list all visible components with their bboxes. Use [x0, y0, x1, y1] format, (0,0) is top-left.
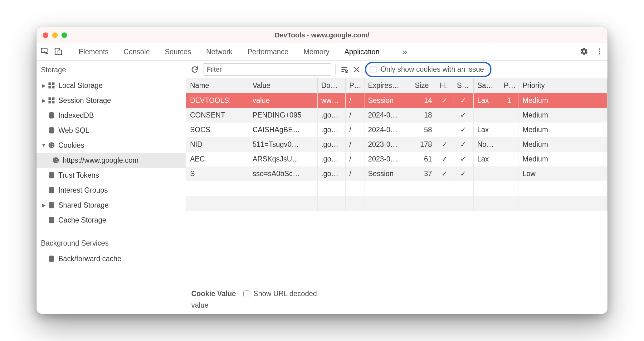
cell-path: /: [345, 108, 364, 122]
sidebar-item-label: Back/forward cache: [58, 255, 121, 263]
chevron-right-icon: ▶: [41, 83, 46, 89]
sidebar-divider: [37, 231, 186, 231]
sidebar-item-cookies[interactable]: ▼ Cookies: [37, 138, 186, 153]
cell-priority: Medium: [519, 93, 607, 108]
tab-elements[interactable]: Elements: [77, 48, 110, 56]
sidebar-item-label: Local Storage: [58, 81, 103, 90]
svg-rect-0: [41, 48, 47, 52]
col-name[interactable]: Name: [186, 78, 249, 93]
svg-point-5: [599, 53, 600, 54]
sidebar-item-label: Shared Storage: [58, 201, 109, 209]
sidebar-item-cookie-origin[interactable]: https://www.google.com: [37, 153, 186, 168]
sidebar-item-shared-storage[interactable]: ▶ Shared Storage: [37, 198, 186, 213]
col-samesite[interactable]: Sa…: [473, 78, 500, 93]
chevron-right-icon: ▶: [41, 202, 46, 208]
col-value[interactable]: Value: [249, 78, 317, 93]
cell-size: 37: [411, 166, 436, 181]
sidebar-item-cache-storage[interactable]: Cache Storage: [37, 213, 186, 228]
svg-point-23: [56, 159, 57, 160]
maximize-window-button[interactable]: [61, 32, 67, 38]
cell-value: ARSKqsJsU…: [249, 152, 317, 166]
cell-domain: ww…: [317, 93, 345, 108]
cell-name: SOCS: [186, 122, 249, 137]
sidebar-item-bfcache[interactable]: Back/forward cache: [37, 251, 186, 266]
cell-priority: Medium: [519, 137, 607, 152]
more-menu-icon[interactable]: [596, 47, 604, 57]
col-size[interactable]: Size: [411, 78, 436, 93]
col-domain[interactable]: Do…: [317, 78, 345, 93]
filter-input[interactable]: [203, 63, 331, 76]
cell-expires: Session: [364, 166, 411, 181]
refresh-button[interactable]: [191, 65, 199, 74]
col-httponly[interactable]: H.: [436, 78, 453, 93]
table-row[interactable]: Ssso=sA0bSc….go…/Session37✓✓Low: [186, 166, 607, 181]
panel-tabs: Elements Console Sources Network Perform…: [77, 43, 407, 60]
tab-application[interactable]: Application: [343, 48, 381, 56]
device-toggle-icon[interactable]: [54, 47, 63, 57]
sidebar-item-label: IndexedDB: [58, 111, 94, 120]
only-issues-label: Only show cookies with an issue: [381, 65, 484, 74]
tab-console[interactable]: Console: [122, 48, 151, 56]
show-url-decoded-checkbox[interactable]: [243, 291, 250, 297]
col-priority[interactable]: Priority: [519, 78, 607, 93]
cell-party: [500, 166, 519, 181]
grid-icon: [48, 82, 55, 89]
sidebar-item-indexeddb[interactable]: IndexedDB: [37, 108, 186, 123]
cell-httponly: ✓: [436, 152, 453, 166]
tab-memory[interactable]: Memory: [302, 48, 331, 56]
titlebar: DevTools - www.google.com/: [37, 27, 607, 43]
inspect-icon[interactable]: [40, 47, 49, 57]
cell-domain: .go…: [317, 137, 345, 152]
tabs-overflow-button[interactable]: »: [402, 47, 407, 57]
cell-name: DEVTOOLS!: [186, 93, 249, 108]
chevron-right-icon: ▶: [41, 98, 46, 103]
clear-all-button[interactable]: [340, 65, 348, 74]
table-row[interactable]: CONSENTPENDING+095.go…/2024-0…18✓Medium: [186, 108, 607, 122]
delete-selected-button[interactable]: [353, 65, 361, 74]
cookies-table-wrap[interactable]: Name Value Do… P… Expires… Size H. S… Sa…: [186, 78, 607, 285]
cell-secure: ✓: [453, 137, 473, 152]
only-issues-checkbox[interactable]: [370, 66, 377, 73]
table-row[interactable]: SOCSCAISHAgBE….go…/2024-0…58✓LaxMedium: [186, 122, 607, 137]
cell-samesite: Lax: [473, 93, 500, 108]
table-row[interactable]: DEVTOOLS!valueww…/Session14✓✓Lax1Medium: [186, 93, 607, 108]
cell-priority: Medium: [519, 122, 607, 137]
cell-expires: 2023-0…: [364, 152, 411, 166]
svg-point-24: [55, 161, 56, 161]
sidebar-item-interest-groups[interactable]: Interest Groups: [37, 183, 186, 198]
col-secure[interactable]: S…: [453, 78, 473, 93]
minimize-window-button[interactable]: [52, 32, 58, 38]
show-url-decoded-label: Show URL decoded: [253, 290, 317, 298]
cookie-icon: [52, 156, 60, 164]
sidebar-item-local-storage[interactable]: ▶ Local Storage: [37, 78, 186, 93]
database-icon: [48, 127, 55, 134]
settings-icon[interactable]: [580, 47, 588, 57]
col-party[interactable]: P…: [500, 78, 519, 93]
sidebar-item-session-storage[interactable]: ▶ Session Storage: [37, 93, 186, 108]
cell-httponly: ✓: [436, 137, 453, 152]
cell-priority: Low: [519, 166, 607, 181]
cell-samesite: Lax: [473, 152, 500, 166]
col-path[interactable]: P…: [345, 78, 364, 93]
cell-size: 178: [411, 137, 436, 152]
cell-samesite: [473, 166, 500, 181]
cell-path: /: [345, 152, 364, 166]
tab-sources[interactable]: Sources: [163, 48, 192, 56]
cookie-value-text: value: [191, 301, 603, 310]
sidebar-item-label: Trust Tokens: [58, 171, 99, 180]
table-row[interactable]: AECARSKqsJsU….go…/2023-0…61✓✓LaxMedium: [186, 152, 607, 166]
tab-network[interactable]: Network: [205, 48, 234, 56]
cell-domain: .go…: [317, 166, 345, 181]
database-icon: [48, 112, 55, 119]
cell-httponly: [436, 108, 453, 122]
sidebar-item-web-sql[interactable]: Web SQL: [37, 123, 186, 138]
table-row[interactable]: NID511=Tsugv0….go…/2023-0…178✓✓No…Medium: [186, 137, 607, 152]
sidebar-item-trust-tokens[interactable]: Trust Tokens: [37, 168, 186, 183]
close-window-button[interactable]: [43, 32, 48, 38]
svg-rect-10: [48, 97, 51, 100]
col-expires[interactable]: Expires…: [364, 78, 411, 93]
cell-party: 1: [500, 93, 519, 108]
tab-performance[interactable]: Performance: [246, 48, 290, 56]
svg-rect-12: [48, 101, 51, 103]
svg-point-21: [53, 157, 59, 163]
